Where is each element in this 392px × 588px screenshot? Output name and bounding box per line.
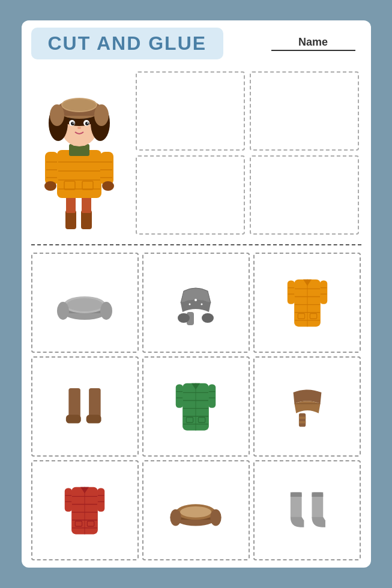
brown-hat-svg bbox=[166, 491, 226, 530]
svg-point-56 bbox=[189, 303, 191, 305]
cut-item-gray-socks[interactable] bbox=[253, 460, 361, 560]
svg-point-43 bbox=[62, 99, 96, 111]
svg-point-57 bbox=[201, 303, 203, 305]
svg-point-50 bbox=[57, 302, 69, 320]
gray-hat-svg bbox=[55, 282, 115, 324]
svg-rect-120 bbox=[312, 493, 323, 497]
svg-point-54 bbox=[202, 313, 214, 323]
svg-rect-4 bbox=[57, 150, 101, 198]
svg-point-20 bbox=[44, 181, 56, 191]
girl-svg bbox=[34, 72, 124, 234]
cut-item-green-coat[interactable] bbox=[142, 356, 250, 457]
top-section bbox=[22, 64, 371, 242]
svg-rect-73 bbox=[68, 388, 80, 417]
svg-rect-75 bbox=[89, 388, 101, 417]
svg-rect-70 bbox=[320, 280, 327, 304]
cut-item-brown-boots[interactable] bbox=[31, 356, 139, 457]
brown-scarf-svg bbox=[280, 384, 334, 429]
svg-point-21 bbox=[102, 181, 114, 191]
gray-scarf-svg bbox=[166, 279, 226, 327]
name-label: Name bbox=[271, 36, 355, 51]
cut-item-brown-scarf[interactable] bbox=[253, 356, 361, 457]
svg-point-51 bbox=[100, 302, 112, 320]
svg-point-116 bbox=[211, 509, 222, 526]
svg-point-55 bbox=[194, 299, 197, 301]
svg-point-45 bbox=[94, 104, 109, 126]
svg-rect-67 bbox=[288, 280, 295, 304]
paste-cell-2[interactable] bbox=[250, 71, 359, 151]
svg-point-29 bbox=[71, 122, 74, 125]
name-area: Name bbox=[233, 36, 361, 51]
title-box: CUT AND GLUE bbox=[31, 28, 224, 59]
green-coat-svg bbox=[175, 377, 217, 437]
svg-rect-89 bbox=[208, 384, 216, 407]
cut-section bbox=[22, 248, 371, 568]
cut-item-gray-hat[interactable] bbox=[31, 253, 139, 353]
header: CUT AND GLUE Name bbox=[22, 20, 371, 64]
svg-rect-118 bbox=[291, 493, 302, 497]
svg-point-39 bbox=[77, 127, 81, 129]
cut-item-orange-coat[interactable] bbox=[253, 253, 361, 353]
svg-rect-74 bbox=[66, 415, 81, 423]
svg-rect-12 bbox=[45, 152, 58, 185]
red-coat-svg bbox=[64, 481, 106, 541]
svg-point-53 bbox=[178, 313, 190, 323]
cut-item-red-coat[interactable] bbox=[31, 460, 139, 560]
svg-rect-16 bbox=[100, 152, 113, 185]
paste-cell-3[interactable] bbox=[136, 155, 245, 235]
svg-rect-108 bbox=[97, 488, 104, 511]
svg-rect-86 bbox=[176, 384, 183, 407]
svg-point-49 bbox=[67, 298, 103, 311]
worksheet: CUT AND GLUE Name bbox=[22, 20, 371, 568]
svg-point-30 bbox=[85, 122, 89, 125]
svg-rect-94 bbox=[299, 416, 306, 419]
svg-point-115 bbox=[170, 509, 182, 526]
paste-cell-1[interactable] bbox=[136, 71, 245, 151]
brown-boots-svg bbox=[61, 383, 109, 431]
svg-point-31 bbox=[73, 122, 74, 124]
page: CUT AND GLUE Name bbox=[13, 12, 379, 576]
cut-divider bbox=[31, 244, 361, 245]
cut-item-gray-scarf[interactable] bbox=[142, 253, 250, 353]
girl-illustration bbox=[31, 69, 127, 237]
svg-rect-76 bbox=[86, 415, 101, 423]
paste-grid bbox=[133, 69, 361, 237]
svg-rect-105 bbox=[65, 488, 72, 511]
gray-socks-svg bbox=[283, 488, 331, 533]
page-title: CUT AND GLUE bbox=[48, 32, 207, 54]
svg-rect-93 bbox=[299, 413, 306, 427]
cut-item-brown-hat[interactable] bbox=[142, 460, 250, 560]
paste-cell-4[interactable] bbox=[250, 155, 359, 235]
svg-point-44 bbox=[50, 104, 64, 126]
svg-rect-95 bbox=[299, 421, 306, 424]
svg-point-114 bbox=[180, 506, 211, 518]
orange-coat-svg bbox=[286, 273, 328, 333]
svg-point-32 bbox=[87, 122, 88, 124]
